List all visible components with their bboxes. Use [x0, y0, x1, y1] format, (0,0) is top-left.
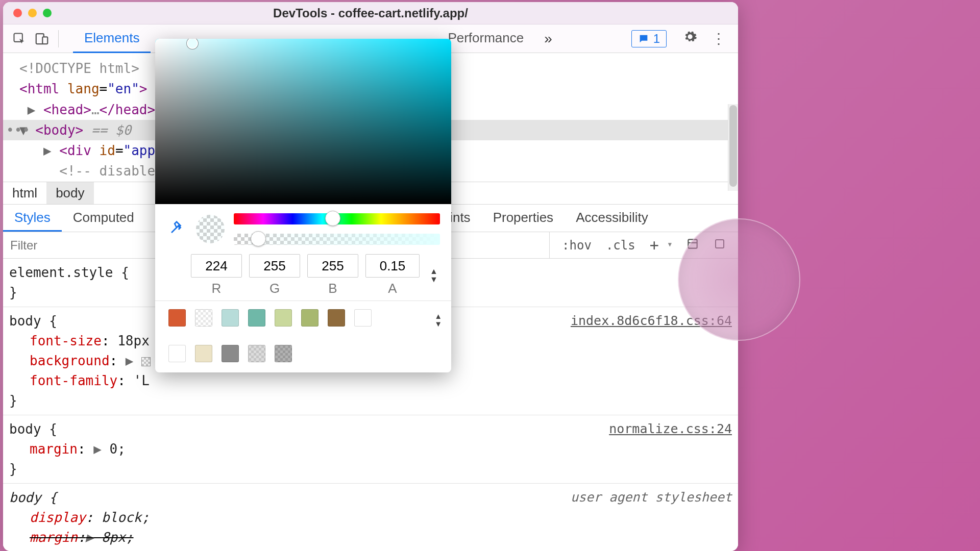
palette-swatch[interactable] — [354, 309, 372, 327]
palette-swatch[interactable] — [195, 345, 212, 362]
crumb-body[interactable]: body — [46, 182, 93, 204]
issues-badge[interactable]: 1 — [631, 30, 667, 47]
b-input[interactable] — [307, 254, 358, 278]
titlebar: DevTools - coffee-cart.netlify.app/ — [3, 2, 738, 24]
more-menu-icon[interactable]: ⋮ — [704, 30, 733, 47]
rule-body-ua[interactable]: user agent stylesheet body { display: bl… — [3, 484, 738, 551]
devtools-window: DevTools - coffee-cart.netlify.app/ Elem… — [3, 2, 738, 551]
sv-handle[interactable] — [187, 39, 198, 49]
inspect-icon[interactable] — [8, 28, 31, 50]
subtab-styles[interactable]: Styles — [3, 205, 62, 232]
source-link[interactable]: normalize.css:24 — [609, 419, 732, 439]
color-picker: R G B A ▲▼ ▲▼ — [155, 39, 451, 372]
palette-swatch[interactable] — [222, 309, 239, 327]
dom-scrollbar[interactable] — [728, 104, 738, 191]
palette-toggle-icon[interactable]: ▲▼ — [434, 312, 442, 328]
a-input[interactable] — [365, 254, 420, 278]
crumb-html[interactable]: html — [3, 182, 46, 204]
palette-swatch[interactable] — [275, 309, 292, 327]
format-toggle-icon[interactable]: ▲▼ — [430, 267, 438, 284]
source-ua: user agent stylesheet — [571, 488, 732, 507]
svg-rect-2 — [42, 37, 47, 44]
palette-swatch[interactable] — [168, 345, 186, 362]
cls-toggle[interactable]: .cls — [599, 238, 643, 253]
hue-handle[interactable] — [325, 211, 340, 226]
subtab-properties[interactable]: Properties — [482, 205, 565, 232]
settings-gear-icon[interactable] — [676, 30, 704, 47]
r-input[interactable] — [191, 254, 242, 278]
color-swatch-icon[interactable] — [141, 357, 151, 366]
subtab-computed[interactable]: Computed — [62, 205, 145, 232]
palette-swatch[interactable] — [248, 309, 265, 327]
rule-body-normalize[interactable]: normalize.css:24 body { margin: ▶ 0; } — [3, 415, 738, 484]
device-toggle-icon[interactable] — [31, 28, 53, 50]
palette-swatch[interactable] — [275, 345, 292, 362]
palette-swatches: ▲▼ — [155, 300, 451, 372]
g-input[interactable] — [249, 254, 300, 278]
palette-swatch[interactable] — [168, 309, 186, 327]
rgba-inputs: R G B A ▲▼ — [155, 254, 451, 300]
cursor-highlight — [678, 218, 800, 341]
eyedropper-icon[interactable] — [166, 220, 187, 239]
color-preview-swatch — [196, 215, 225, 243]
palette-swatch[interactable] — [222, 345, 239, 362]
tab-performance[interactable]: Performance — [436, 24, 535, 53]
palette-swatch[interactable] — [328, 309, 345, 327]
hov-toggle[interactable]: :hov — [555, 238, 599, 253]
palette-swatch[interactable] — [301, 309, 318, 327]
palette-swatch[interactable] — [248, 345, 265, 362]
tab-elements[interactable]: Elements — [73, 24, 151, 53]
palette-swatch[interactable] — [195, 309, 212, 327]
alpha-slider[interactable] — [234, 234, 440, 245]
hue-slider[interactable] — [234, 213, 440, 224]
saturation-value-field[interactable] — [155, 39, 451, 204]
window-title: DevTools - coffee-cart.netlify.app/ — [3, 6, 738, 20]
issues-count: 1 — [653, 32, 660, 46]
subtab-accessibility[interactable]: Accessibility — [565, 205, 659, 232]
more-tabs-chevron-icon[interactable]: » — [535, 31, 561, 47]
alpha-handle[interactable] — [251, 231, 266, 246]
